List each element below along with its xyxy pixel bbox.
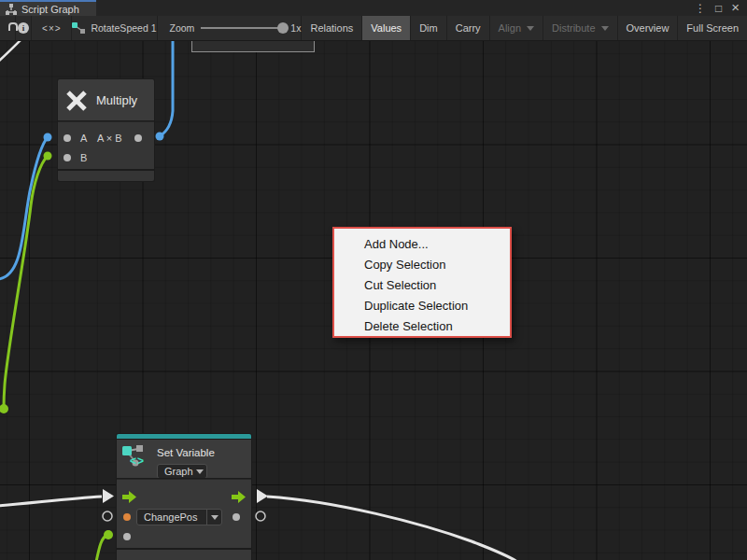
- graph-toolbar: i <×> RotateSpeed 1 Zoom 1x Relations Va…: [0, 16, 747, 41]
- code-brackets-icon: <>: [130, 455, 145, 468]
- variable-output-port[interactable]: [233, 513, 240, 521]
- multiply-node-header[interactable]: Multiply: [58, 79, 154, 121]
- wire-endpoint-green-bottom: [104, 530, 113, 539]
- align-dropdown-button[interactable]: Align: [490, 16, 543, 40]
- multiply-node-body[interactable]: A A × B B: [58, 121, 154, 169]
- breadcrumb-label: RotateSpeed 1: [91, 22, 156, 34]
- multiply-node-title: Multiply: [96, 93, 137, 107]
- multiply-input-a-label: A: [80, 133, 87, 144]
- zoom-slider-handle[interactable]: [277, 22, 289, 34]
- close-icon[interactable]: ×: [731, 0, 740, 14]
- multiply-input-a-port[interactable]: [63, 134, 71, 142]
- chevron-down-icon: [207, 515, 221, 520]
- tab-title: Script Graph: [21, 4, 79, 15]
- variable-value-port[interactable]: [123, 533, 131, 540]
- wire-endpoint-green: [44, 152, 52, 161]
- chevron-down-icon: [601, 26, 609, 31]
- multiply-node-footer: [58, 171, 154, 181]
- zoom-label: Zoom: [170, 22, 195, 34]
- distribute-label: Distribute: [552, 22, 595, 34]
- flow-input-arrow-icon[interactable]: [122, 491, 136, 503]
- multiply-input-b-port[interactable]: [63, 154, 71, 161]
- maximize-icon[interactable]: □: [715, 3, 722, 14]
- set-variable-node-body[interactable]: ChangePos: [117, 479, 251, 548]
- set-variable-node-footer: [117, 550, 251, 560]
- dim-button[interactable]: Dim: [411, 16, 447, 40]
- variable-input-port[interactable]: [123, 513, 131, 521]
- wire-endpoint-blue-out: [156, 133, 164, 141]
- zoom-value: 1x: [290, 22, 301, 34]
- info-button[interactable]: i: [16, 16, 32, 40]
- set-variable-node-title: Set Variable: [157, 447, 215, 458]
- proxy-port-circle-left[interactable]: [103, 511, 112, 521]
- relations-button[interactable]: Relations: [302, 16, 362, 40]
- flow-arrowhead-out: [257, 489, 268, 503]
- window-controls: ⋮ □ ×: [695, 0, 747, 16]
- wire-blue-output: [160, 41, 173, 136]
- menu-item-add-node[interactable]: Add Node...: [334, 234, 510, 255]
- tab-bar: Script Graph ⋮ □ ×: [0, 0, 747, 16]
- wire-white-topleft: [0, 41, 23, 62]
- multiply-input-b-label: B: [80, 152, 87, 163]
- flow-output-arrow-icon[interactable]: [232, 491, 246, 503]
- script-graph-asset-icon: [72, 22, 85, 34]
- multiply-icon: [64, 89, 89, 113]
- breadcrumb[interactable]: RotateSpeed 1: [72, 16, 157, 40]
- menu-item-delete-selection[interactable]: Delete Selection: [334, 316, 510, 337]
- menu-item-copy-selection[interactable]: Copy Selection: [334, 255, 510, 275]
- distribute-dropdown-button[interactable]: Distribute: [543, 16, 617, 40]
- kebab-menu-icon[interactable]: ⋮: [695, 3, 706, 14]
- chevron-down-icon: [527, 26, 534, 31]
- graph-icon: [6, 4, 17, 15]
- lock-button[interactable]: [0, 16, 16, 40]
- context-menu: Add Node... Copy Selection Cut Selection…: [332, 227, 512, 338]
- full-screen-button[interactable]: Full Screen: [678, 16, 747, 40]
- chevron-down-icon: [193, 469, 206, 474]
- script-graph-window: Multiply A A × B B <> Set Variable Grap: [0, 0, 747, 560]
- align-label: Align: [499, 22, 521, 34]
- angle-brackets-icon: <×>: [42, 23, 62, 34]
- angle-brackets-button[interactable]: <×>: [32, 16, 72, 40]
- multiply-output-port[interactable]: [134, 134, 142, 142]
- wire-white-flow-in: [0, 497, 102, 506]
- menu-item-duplicate-selection[interactable]: Duplicate Selection: [334, 296, 510, 316]
- zoom-slider[interactable]: [201, 27, 283, 29]
- tab-script-graph[interactable]: Script Graph: [0, 0, 96, 16]
- zoom-control: Zoom 1x: [158, 16, 303, 40]
- wire-endpoint-green-far: [0, 404, 8, 413]
- multiply-output-label: A × B: [97, 133, 122, 144]
- proxy-port-circle-right[interactable]: [256, 511, 265, 521]
- wire-white-flow-out: [267, 497, 517, 560]
- wire-endpoint-blue: [44, 133, 52, 142]
- variable-scope-dropdown[interactable]: Graph: [157, 464, 207, 479]
- flow-arrowhead-in: [103, 489, 114, 503]
- graph-canvas[interactable]: Multiply A A × B B <> Set Variable Grap: [0, 41, 747, 560]
- info-icon: i: [18, 22, 29, 34]
- values-button[interactable]: Values: [362, 16, 411, 40]
- variable-scope-value: Graph: [164, 466, 193, 477]
- wire-green-input: [4, 156, 48, 409]
- variable-name-value: ChangePos: [144, 511, 198, 523]
- overview-button[interactable]: Overview: [618, 16, 679, 40]
- set-variable-node-header[interactable]: <> Set Variable Graph: [117, 440, 251, 479]
- toolbar-popup-remnant: [191, 40, 315, 52]
- variable-name-dropdown[interactable]: ChangePos: [136, 509, 222, 525]
- menu-item-cut-selection[interactable]: Cut Selection: [334, 275, 510, 296]
- carry-button[interactable]: Carry: [447, 16, 490, 40]
